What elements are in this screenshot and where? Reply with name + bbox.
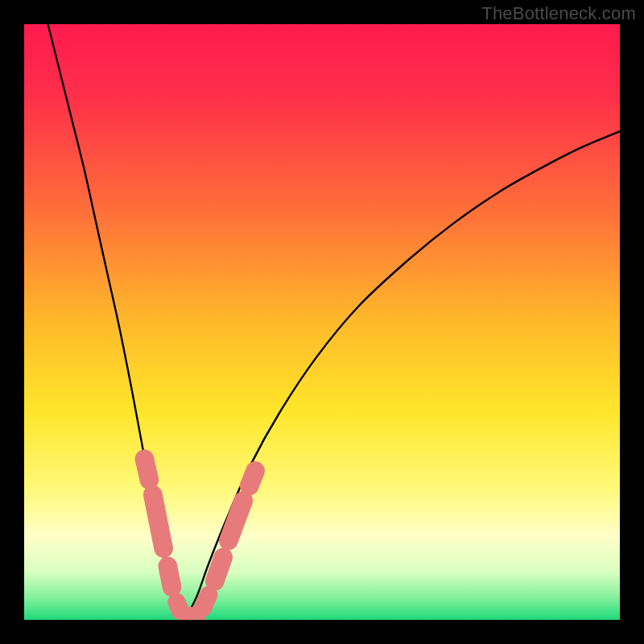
marker-capsule <box>153 495 163 549</box>
watermark-text: TheBottleneck.com <box>481 3 636 24</box>
marker-capsule <box>176 602 180 611</box>
marker-capsule <box>144 459 149 480</box>
marker-capsule <box>250 471 255 486</box>
marker-capsule <box>167 566 171 587</box>
chart-svg <box>24 24 620 620</box>
chart-frame <box>24 24 620 620</box>
marker-capsule <box>203 595 208 608</box>
marker-capsule <box>215 557 223 581</box>
gradient-background <box>24 24 620 620</box>
